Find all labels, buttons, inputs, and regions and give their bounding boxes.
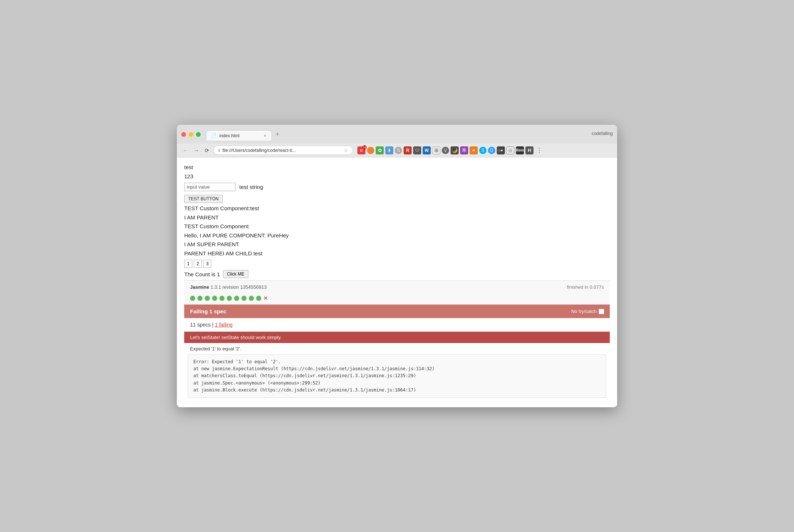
failing-link[interactable]: 1 failing [215,322,232,328]
jasmine-name: Jasmine [190,284,209,290]
shield-icon[interactable]: 🛡 [413,146,421,154]
r-box-icon[interactable]: R [404,146,412,154]
jasmine-dot-10 [256,296,261,301]
custom-component2-label: TEST Custom Component [184,222,610,231]
no-try-catch-checkbox[interactable] [599,309,604,314]
back-button[interactable]: ← [181,147,189,154]
jasmine-header: Jasmine 1.3.1 revision 1354556913 finish… [184,281,610,294]
error-trace: Error: Expected '1' to equal '2'. at new… [188,354,606,398]
failing-spec-title: Let's setState! setState should work sim… [184,332,610,343]
asterisk-icon[interactable]: ✳ [470,146,478,154]
skype2-icon[interactable]: S [479,147,487,154]
security-icon: ℹ [218,148,220,153]
jasmine-dot-1 [190,296,195,301]
address-field[interactable]: ℹ file:///Users/codefalling/code/react-t… [214,146,353,155]
reload-button[interactable]: ⟳ [203,147,211,154]
pipe-icon[interactable]: |◄ [497,146,505,154]
tabs-row: 📄 index.html × + [206,128,592,141]
h-box-icon[interactable]: H [525,146,533,154]
trace-line-5: at jasmine.Block.execute (https://cdn.js… [193,387,601,394]
close-button[interactable] [181,132,186,137]
jasmine-dot-8 [241,296,247,301]
jasmine-version: 1.3.1 revision 1354556913 [211,284,267,290]
custom-component-label: TEST Custom Component:test [184,204,610,213]
traffic-lights [181,132,201,137]
download-icon[interactable]: ⬇ [385,146,393,154]
text-test: test [184,163,610,172]
num-btn-2[interactable]: 2 [194,260,202,268]
trace-line-2: at new jasmine.ExpectationResult (https:… [193,365,601,372]
maximize-button[interactable] [196,132,201,137]
browser-tab[interactable]: 📄 index.html × [206,130,272,141]
new-tab-button[interactable]: + [272,128,283,141]
no-try-catch-row: No try/catch [571,309,604,314]
trace-line-1: Error: Expected '1' to equal '2'. [193,358,601,365]
cjk-icon[interactable]: 雅 [460,146,468,154]
no-try-catch-label: No try/catch [571,309,597,314]
parent-child-label: PARENT HEREI AM CHILD test [184,249,610,258]
jasmine-dot-6 [227,296,232,301]
page-content: test 123 test string TEST BUTTON TEST Cu… [177,157,617,407]
jasmine-dot-7 [234,296,239,301]
numbered-buttons: 1 2 3 [184,260,610,268]
count-row: The Count is 1 Click ME [184,270,610,278]
forward-button[interactable]: → [192,147,200,154]
jasmine-title: Jasmine 1.3.1 revision 1354556913 [190,284,267,290]
input-field[interactable] [184,183,236,191]
tab-file-icon: 📄 [211,133,216,138]
rein-icon[interactable]: Rein [516,146,524,154]
jasmine-dot-fail: ✕ [263,296,269,301]
jasmine-dot-3 [205,296,210,301]
jasmine-dot-4 [212,296,217,301]
browser-window: 📄 index.html × + codefalling ← → ⟳ ℹ fil… [177,125,617,407]
pure-component-label: Hello, I AM PURE COMPONENT: PureHey [184,232,610,240]
trace-line-4: at jasmine.Spec.<anonymous> (<anonymous>… [193,380,601,387]
disqus-icon[interactable]: D [488,147,495,154]
grid-icon[interactable]: ⊞ [432,146,440,154]
tab-close-icon[interactable]: × [263,133,266,138]
circle-icon[interactable] [367,147,374,154]
cancel-icon[interactable]: ⊘ [506,146,514,154]
specs-summary: 11 specs | 1 failing [184,318,610,332]
super-parent-label: I AM SUPER PARENT [184,240,610,249]
address-text: file:///Users/codefalling/code/react-ti.… [222,148,342,153]
num-btn-1[interactable]: 1 [184,260,192,268]
test-string-label: test string [239,184,263,190]
minimize-button[interactable] [189,132,193,137]
jasmine-time: finished in 0.077s [567,284,604,290]
jasmine-dot-5 [219,296,225,301]
user-label: codefalling [592,131,613,138]
v-icon[interactable]: V [442,147,449,154]
gmail-icon[interactable]: G10 [357,146,365,154]
failing-label: Failing 1 spec [190,308,226,314]
jasmine-dot-2 [197,296,203,301]
more-options-icon[interactable]: ⋮ [535,147,544,154]
jasmine-section: Jasmine 1.3.1 revision 1354556913 finish… [184,280,610,305]
bookmark-icon[interactable]: ☆ [344,147,348,153]
input-row: test string [184,183,610,191]
puzzle-icon[interactable]: ✿ [376,146,384,154]
address-bar: ← → ⟳ ℹ file:///Users/codefalling/code/r… [177,143,617,157]
w-icon[interactable]: W [423,146,431,154]
error-expected: Expected '1' to equal '2'. [184,343,610,354]
tab-title: index.html [219,133,240,138]
num-btn-3[interactable]: 3 [203,260,211,268]
toolbar-icons: G10 ✿ ⬇ S R 🛡 W ⊞ V 🌙 雅 ✳ S D |◄ ⊘ Rein … [357,146,544,154]
title-bar: 📄 index.html × + codefalling [177,125,617,143]
jasmine-dot-9 [249,296,254,301]
skype-s-icon[interactable]: S [395,147,402,154]
parent-label: I AM PARENT [184,214,610,222]
test-button[interactable]: TEST BUTTON [184,195,223,203]
count-text: The Count is 1 [184,271,220,277]
text-123: 123 [184,172,610,181]
dot-row: ✕ [184,294,610,305]
trace-line-3: at matchersClass.toEqual (https://cdn.js… [193,372,601,379]
click-me-button[interactable]: Click ME [223,270,248,278]
moon-icon[interactable]: 🌙 [451,146,459,154]
failing-bar: Failing 1 spec No try/catch [184,305,610,318]
